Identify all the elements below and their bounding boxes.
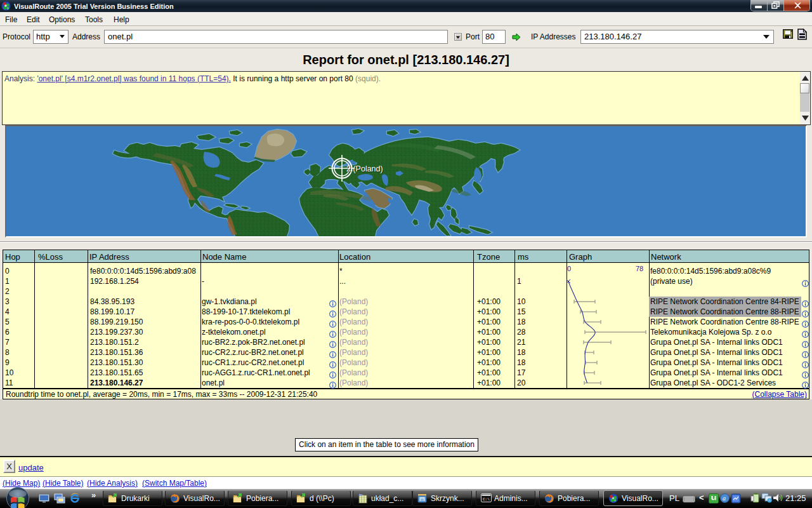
svg-text:a: a [723,495,726,502]
svg-text:C:\: C:\ [483,497,490,502]
